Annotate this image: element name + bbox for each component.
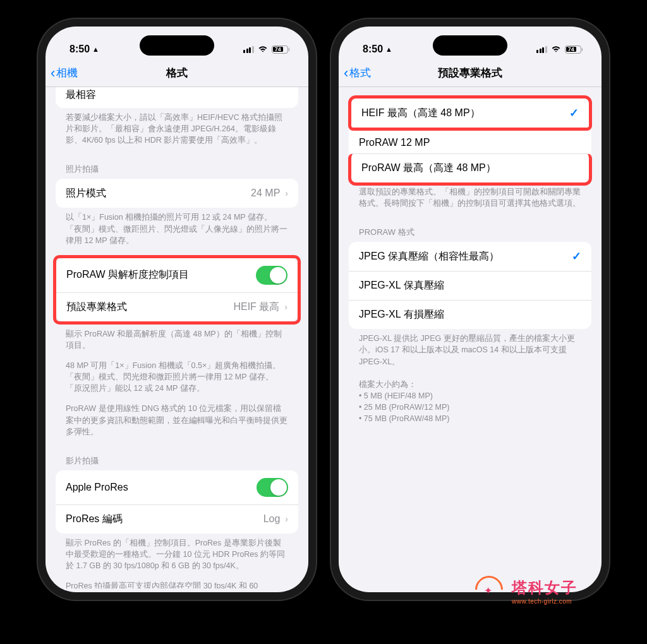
size-2: • 25 MB (ProRAW/12 MP): [359, 402, 581, 413]
row-most-compatible[interactable]: 最相容: [56, 87, 298, 108]
row-jpeg-lossless[interactable]: JPEG 保真壓縮（相容性最高） ✓: [349, 242, 591, 271]
footer-prores-2: ProRes 拍攝最高可支援內部儲存空間 30 fps/4K 和 60 fps/…: [45, 580, 308, 588]
nav-bar: ‹ 相機 格式: [45, 61, 308, 87]
dynamic-island: [433, 35, 507, 56]
chevron-right-icon: ›: [285, 188, 288, 198]
footer-jpegxl: JPEG-XL 提供比 JPEG 更好的壓縮品質，產生的檔案大小更小。iOS 1…: [339, 329, 602, 376]
back-label: 相機: [56, 66, 78, 80]
row-label: ProRAW 最高（高達 48 MP）: [361, 162, 496, 175]
section-video: Apple ProRes ProRes 編碼 Log ›: [56, 470, 298, 534]
cellular-icon: [536, 46, 547, 53]
row-jpegxl-lossy[interactable]: JPEG-XL 有損壓縮: [349, 300, 591, 329]
row-label: 照片模式: [66, 187, 106, 200]
row-value: HEIF 最高: [233, 301, 279, 314]
row-value: Log: [263, 513, 281, 525]
checkmark-icon: ✓: [572, 249, 581, 263]
screen-right: 8:50 ▲ 74 ‹ 格式 預設專業格式: [339, 27, 602, 592]
battery-level: 74: [566, 47, 576, 52]
row-label: ProRAW 與解析度控制項目: [66, 268, 189, 282]
row-label: ProRAW 12 MP: [359, 137, 430, 148]
phone-left: 8:50 ▲ 74 ‹ 相機 格式 最相容 若要減少: [38, 19, 316, 600]
row-heif-max[interactable]: HEIF 最高（高達 48 MP） ✓: [348, 95, 592, 131]
row-label: 預設專業格式: [66, 301, 127, 314]
back-button[interactable]: ‹ 格式: [344, 65, 371, 81]
header-photo: 照片拍攝: [45, 155, 308, 179]
sizes-header: 檔案大小約為：: [359, 379, 581, 390]
row-value: 24 MP: [251, 188, 280, 199]
row-label: Apple ProRes: [66, 482, 128, 493]
section-jpeg-options: JPEG 保真壓縮（相容性最高） ✓ JPEG-XL 保真壓縮 JPEG-XL …: [349, 242, 591, 329]
toggle-prores[interactable]: [257, 478, 288, 497]
user-icon: ▲: [385, 45, 392, 53]
back-button[interactable]: ‹ 相機: [51, 65, 78, 81]
footer-compat: 若要減少檔案大小，請以「高效率」HEIF/HEVC 格式拍攝照片和影片。「最相容…: [45, 108, 308, 155]
watermark: ✦ 塔科女子 www.tech-girlz.com: [475, 576, 577, 606]
screen-left: 8:50 ▲ 74 ‹ 相機 格式 最相容 若要減少: [45, 27, 308, 592]
content-right[interactable]: HEIF 最高（高達 48 MP） ✓ ProRAW 12 MP ProRAW …: [339, 87, 602, 588]
back-label: 格式: [349, 66, 371, 80]
row-label: ProRes 編碼: [66, 513, 123, 526]
row-photo-mode[interactable]: 照片模式 24 MP ›: [56, 179, 298, 208]
size-1: • 5 MB (HEIF/48 MP): [359, 390, 581, 402]
cellular-icon: [243, 46, 254, 53]
section-photo-mode: 照片模式 24 MP ›: [56, 179, 298, 208]
size-3: • 75 MB (ProRAW/48 MP): [359, 413, 581, 424]
page-title: 格式: [53, 66, 301, 80]
row-label: JPEG 保真壓縮（相容性最高）: [359, 250, 499, 263]
wifi-icon: [551, 45, 561, 53]
page-title: 預設專業格式: [346, 66, 594, 80]
checkmark-icon: ✓: [569, 106, 579, 120]
user-icon: ▲: [92, 45, 99, 53]
footer-photo: 以「1×」Fusion 相機拍攝的照片可用 12 或 24 MP 儲存。「夜間」…: [45, 208, 308, 254]
battery-level: 74: [273, 47, 283, 52]
highlight-proraw: ProRAW 與解析度控制項目 預設專業格式 HEIF 最高 ›: [53, 255, 301, 325]
sizes-block: 檔案大小約為： • 5 MB (HEIF/48 MP) • 25 MB (Pro…: [339, 376, 602, 434]
section-proraw: ProRAW 與解析度控制項目 預設專業格式 HEIF 最高 ›: [56, 258, 298, 321]
row-proraw-12[interactable]: ProRAW 12 MP: [349, 128, 591, 157]
header-proraw-format: PRORAW 格式: [339, 218, 602, 242]
row-prores-encoding[interactable]: ProRes 編碼 Log ›: [56, 504, 298, 534]
watermark-sub: www.tech-girlz.com: [512, 598, 577, 605]
footer-format: 選取預設的專業格式。「相機」的控制項目可開啟和關閉專業格式。長時間按下「相機」的…: [339, 182, 602, 218]
watermark-icon: ✦: [475, 576, 505, 606]
footer-prwraw-1: 顯示 ProRAW 和最高解析度（高達 48 MP）的「相機」控制項目。: [45, 325, 308, 360]
row-label: JPEG-XL 有損壓縮: [359, 308, 444, 321]
wifi-icon: [258, 45, 268, 53]
chevron-right-icon: ›: [285, 514, 288, 524]
row-prores[interactable]: Apple ProRes: [56, 470, 298, 504]
row-label: JPEG-XL 保真壓縮: [359, 279, 444, 292]
toggle-proraw[interactable]: [256, 266, 287, 285]
chevron-right-icon: ›: [284, 302, 287, 312]
chevron-left-icon: ‹: [51, 65, 55, 81]
footer-proraw-2: 48 MP 可用「1×」Fusion 相機或「0.5×」超廣角相機拍攝。「夜間」…: [45, 360, 308, 403]
battery-icon: 74: [565, 45, 583, 54]
footer-proraw-3: ProRAW 是使用線性 DNG 格式的 10 位元檔案，用以保留檔案中的更多資…: [45, 403, 308, 446]
dynamic-island: [140, 35, 214, 56]
nav-bar: ‹ 格式 預設專業格式: [339, 61, 602, 87]
row-default-format[interactable]: 預設專業格式 HEIF 最高 ›: [56, 292, 298, 321]
row-jpegxl-lossless[interactable]: JPEG-XL 保真壓縮: [349, 271, 591, 300]
row-proraw-toggle[interactable]: ProRAW 與解析度控制項目: [56, 258, 298, 292]
section-format-options: HEIF 最高（高達 48 MP） ✓ ProRAW 12 MP ProRAW …: [349, 95, 591, 186]
footer-prores-1: 顯示 ProRes 的「相機」控制項目。ProRes 是專業影片後製中最受歡迎的…: [45, 534, 308, 580]
watermark-title: 塔科女子: [512, 578, 577, 598]
status-time: 8:50: [70, 44, 90, 55]
chevron-left-icon: ‹: [344, 65, 348, 81]
row-proraw-max[interactable]: ProRAW 最高（高達 48 MP）: [348, 153, 592, 186]
header-video: 影片拍攝: [45, 446, 308, 470]
content-left[interactable]: 最相容 若要減少檔案大小，請以「高效率」HEIF/HEVC 格式拍攝照片和影片。…: [45, 87, 308, 588]
phone-right: 8:50 ▲ 74 ‹ 格式 預設專業格式: [331, 19, 609, 600]
battery-icon: 74: [272, 45, 290, 54]
row-label: HEIF 最高（高達 48 MP）: [361, 107, 480, 120]
status-time: 8:50: [363, 44, 383, 55]
